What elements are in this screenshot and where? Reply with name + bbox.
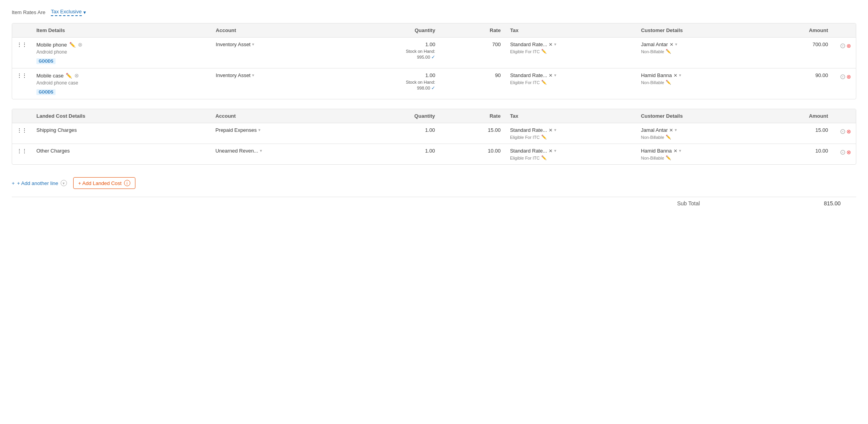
item-details-table: Item Details Account Quantity Rate Tax C… — [12, 23, 856, 99]
goods-badge: GOODS — [36, 89, 56, 95]
account-value: Unearned Reven... — [215, 148, 258, 154]
customer-remove-icon[interactable]: ✕ — [674, 148, 677, 154]
edit-icon[interactable]: ✏️ — [69, 42, 76, 48]
customer-chevron-icon[interactable]: ▾ — [679, 73, 681, 78]
tax-remove-icon[interactable]: ✕ — [549, 42, 553, 47]
itc-edit-icon[interactable]: ✏️ — [541, 49, 547, 54]
amount-cell: 700.00 — [767, 38, 833, 68]
drag-handle[interactable]: ⋮⋮ — [12, 144, 32, 165]
tax-chevron-icon[interactable]: ▾ — [554, 128, 556, 133]
delete-row-icon[interactable]: ⊗ — [846, 128, 851, 135]
landed-cost-details-cell: Other Charges — [32, 144, 211, 165]
sub-total-row: Sub Total 815.00 — [12, 197, 856, 207]
item-name-text: Mobile phone — [36, 42, 67, 48]
item-details-header: Item Details — [32, 23, 211, 38]
account-header: Account — [211, 23, 358, 38]
more-options-icon[interactable]: ⊙ — [840, 127, 845, 136]
chevron-down-icon: ▾ — [260, 148, 262, 153]
edit-icon[interactable]: ✏️ — [66, 73, 72, 79]
itc-label: Eligible For ITC — [510, 156, 540, 160]
quantity-value[interactable]: 1.00 — [425, 72, 435, 78]
delete-row-icon[interactable]: ⊗ — [846, 43, 851, 49]
tax-remove-icon[interactable]: ✕ — [549, 128, 553, 133]
table-row: ⋮⋮ Shipping Charges Prepaid Expenses ▾ 1… — [12, 123, 856, 144]
customer-cell: Hamid Banna ✕ ▾ Non-Billable ✏️ — [636, 144, 767, 165]
non-billable-edit-icon[interactable]: ✏️ — [666, 49, 671, 54]
check-icon: ✓ — [431, 85, 435, 91]
customer-remove-icon[interactable]: ✕ — [670, 42, 674, 47]
tax-header: Tax — [505, 23, 636, 38]
stock-label: Stock on Hand: — [406, 80, 435, 84]
rate-header: Rate — [440, 23, 505, 38]
remove-item-icon[interactable]: ⊗ — [78, 41, 83, 48]
landed-cost-details-header: Landed Cost Details — [32, 109, 211, 123]
itc-edit-icon[interactable]: ✏️ — [541, 135, 547, 140]
account-cell: Unearned Reven... ▾ — [211, 144, 358, 165]
tax-remove-icon[interactable]: ✕ — [549, 73, 553, 78]
customer-details-header: Customer Details — [636, 109, 767, 123]
rate-value[interactable]: 15.00 — [488, 127, 501, 133]
tax-rate-text: Standard Rate... — [510, 41, 547, 47]
rate-value[interactable]: 90 — [495, 72, 501, 78]
customer-chevron-icon[interactable]: ▾ — [675, 128, 677, 133]
tax-chevron-icon[interactable]: ▾ — [554, 42, 556, 47]
non-billable-edit-icon[interactable]: ✏️ — [666, 155, 671, 160]
tax-chevron-icon[interactable]: ▾ — [554, 148, 556, 153]
account-select[interactable]: Inventory Asset ▾ — [216, 41, 353, 47]
rate-header: Rate — [440, 109, 506, 123]
account-value: Inventory Asset — [216, 72, 250, 78]
account-select[interactable]: Unearned Reven... ▾ — [215, 148, 353, 154]
item-sub-text: Android phone — [36, 49, 206, 55]
tax-rate-text: Standard Rate... — [510, 148, 547, 154]
chevron-down-icon: ▾ — [258, 128, 261, 133]
item-rates-row: Item Rates Are Tax Exclusive ▾ — [12, 8, 856, 17]
add-line-label: + Add another line — [17, 180, 58, 186]
quantity-value[interactable]: 1.00 — [425, 127, 435, 133]
customer-name: Jamal Antar — [641, 127, 668, 133]
account-select[interactable]: Inventory Asset ▾ — [216, 72, 353, 78]
delete-row-icon[interactable]: ⊗ — [846, 74, 851, 80]
itc-edit-icon[interactable]: ✏️ — [541, 80, 547, 85]
drag-handle[interactable]: ⋮⋮ — [12, 68, 32, 99]
itc-edit-icon[interactable]: ✏️ — [541, 155, 547, 160]
check-icon: ✓ — [431, 54, 435, 60]
info-icon[interactable]: i — [124, 180, 130, 186]
tax-remove-icon[interactable]: ✕ — [549, 148, 553, 154]
tax-exclusive-button[interactable]: Tax Exclusive ▾ — [49, 8, 88, 17]
bottom-actions: + + Add another line ▾ + Add Landed Cost… — [12, 174, 856, 192]
add-another-line-button[interactable]: + + Add another line ▾ — [12, 180, 67, 186]
account-select[interactable]: Prepaid Expenses ▾ — [215, 127, 353, 133]
account-cell: Inventory Asset ▾ — [211, 68, 358, 99]
more-options-icon[interactable]: ⊙ — [840, 148, 845, 156]
drag-col-header — [12, 109, 32, 123]
more-options-icon[interactable]: ⊙ — [840, 72, 845, 81]
non-billable-edit-icon[interactable]: ✏️ — [666, 80, 671, 85]
amount-value: 10.00 — [815, 148, 828, 154]
stock-label: Stock on Hand: — [406, 49, 435, 54]
rate-value[interactable]: 700 — [492, 41, 501, 47]
rate-cell: 15.00 — [440, 123, 506, 144]
account-value: Prepaid Expenses — [215, 127, 257, 133]
remove-item-icon[interactable]: ⊗ — [74, 72, 79, 79]
quantity-value[interactable]: 1.00 — [425, 41, 435, 47]
tax-chevron-icon[interactable]: ▾ — [554, 73, 556, 78]
rate-value[interactable]: 10.00 — [488, 148, 501, 154]
more-options-icon[interactable]: ⊙ — [840, 41, 845, 50]
customer-remove-icon[interactable]: ✕ — [669, 128, 673, 133]
tax-cell: Standard Rate... ✕ ▾ Eligible For ITC ✏️ — [505, 38, 636, 68]
customer-chevron-icon[interactable]: ▾ — [675, 42, 677, 47]
drag-handle[interactable]: ⋮⋮ — [12, 38, 32, 68]
tax-cell: Standard Rate... ✕ ▾ Eligible For ITC ✏️ — [505, 68, 636, 99]
add-landed-cost-button[interactable]: + Add Landed Cost i — [73, 177, 135, 189]
tax-header: Tax — [505, 109, 636, 123]
quantity-value[interactable]: 1.00 — [425, 148, 435, 154]
chevron-down-icon: ▾ — [83, 9, 86, 15]
dropdown-icon[interactable]: ▾ — [61, 180, 67, 186]
stock-qty: 995.00 ✓ — [417, 54, 435, 60]
drag-handle[interactable]: ⋮⋮ — [12, 123, 32, 144]
non-billable-edit-icon[interactable]: ✏️ — [666, 135, 671, 140]
delete-row-icon[interactable]: ⊗ — [846, 149, 851, 155]
rate-cell: 700 — [440, 38, 505, 68]
customer-remove-icon[interactable]: ✕ — [674, 73, 677, 78]
customer-chevron-icon[interactable]: ▾ — [679, 148, 681, 153]
